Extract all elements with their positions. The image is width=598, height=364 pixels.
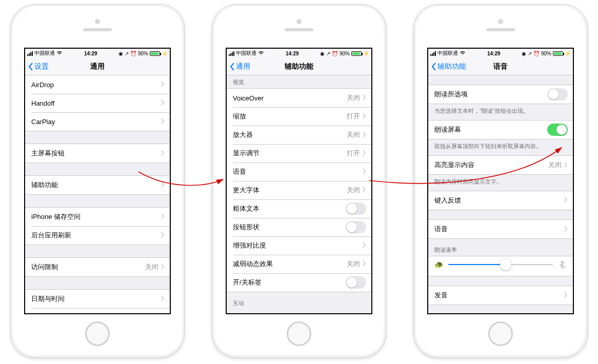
row-speech[interactable]: 语音 (227, 163, 371, 181)
chevron-right-icon (362, 150, 366, 157)
row-voices[interactable]: 语音 (428, 220, 573, 238)
home-button[interactable] (488, 321, 513, 346)
signal-icon (430, 51, 436, 56)
chevron-right-icon (564, 226, 568, 233)
chevron-right-icon (362, 242, 366, 250)
row-restrictions[interactable]: 访问限制 关闭 (25, 258, 170, 276)
back-button[interactable]: 通用 (230, 62, 250, 71)
row-date-time[interactable]: 日期与时间 (25, 290, 170, 308)
row-voiceover[interactable]: VoiceOver 关闭 (227, 89, 371, 107)
back-button[interactable]: 辅助功能 (431, 62, 466, 71)
row-storage[interactable]: iPhone 储存空间 (25, 208, 170, 226)
row-display[interactable]: 显示调节 打开 (227, 144, 371, 163)
back-button[interactable]: 设置 (28, 62, 49, 71)
row-accessibility[interactable]: 辅助功能 (25, 176, 170, 194)
section-vision: 视觉 (227, 75, 371, 88)
clock-label: 14:29 (63, 51, 118, 56)
chevron-right-icon (362, 260, 366, 268)
row-bold-text[interactable]: 粗体文本 (227, 199, 371, 218)
row-magnifier[interactable]: 放大器 关闭 (227, 126, 371, 144)
chevron-left-icon (28, 63, 33, 71)
chevron-right-icon (161, 232, 165, 239)
home-button[interactable] (287, 321, 311, 346)
clock-label: 14:29 (466, 51, 522, 56)
wifi-icon (258, 51, 264, 56)
nav-bar: 辅助功能 语音 (428, 58, 573, 75)
speaker-slit (285, 28, 313, 31)
battery-pct: 90% (541, 51, 551, 56)
turtle-icon: 🐢 (434, 260, 443, 269)
chevron-right-icon (564, 161, 568, 169)
row-typing-feedback[interactable]: 键入反馈 (428, 191, 573, 210)
chevron-right-icon (161, 81, 165, 89)
row-speak-screen[interactable]: 朗读屏幕 (428, 120, 573, 139)
speech-list[interactable]: 朗读所选项 当您选择文本时，"朗读"按钮会出现。 朗读屏幕 双指从屏幕顶部向下轻… (428, 75, 573, 313)
battery-pct: 90% (138, 51, 148, 56)
toggle-bold-text[interactable] (346, 203, 366, 215)
row-larger-text[interactable]: 更大字体 关闭 (227, 181, 371, 199)
row-rate-slider[interactable]: 🐢 🐇 (428, 256, 573, 276)
row-carplay[interactable]: CarPlay (25, 112, 170, 131)
row-zoom[interactable]: 缩放 打开 (227, 107, 371, 126)
toggle-speak-screen[interactable] (547, 124, 568, 136)
row-bg-refresh[interactable]: 后台应用刷新 (25, 226, 170, 245)
row-pronunciation[interactable]: 发音 (428, 286, 573, 305)
chevron-right-icon (564, 292, 568, 299)
screen-accessibility: 中国联通 14:29 ◉ ↗ ⏰ 90% ⚡ 通用 辅 (226, 48, 372, 314)
rabbit-icon: 🐇 (558, 260, 567, 269)
chevron-right-icon (362, 187, 366, 194)
rate-slider[interactable] (448, 264, 553, 265)
chevron-right-icon (362, 113, 366, 120)
row-home-button[interactable]: 主屏幕按钮 (25, 144, 170, 163)
row-speak-selection[interactable]: 朗读所选项 (428, 85, 573, 104)
toggle-button-shapes[interactable] (346, 221, 366, 233)
status-bar: 中国联通 14:29 ◉ ↗ ⏰ 90% ⚡ (227, 49, 371, 58)
chevron-right-icon (161, 118, 165, 126)
toggle-speak-selection[interactable] (547, 88, 568, 100)
row-contrast[interactable]: 增强对比度 (227, 236, 371, 255)
carrier-label: 中国联通 (34, 50, 55, 57)
charging-icon: ⚡ (162, 51, 168, 56)
camera-dot (296, 19, 302, 24)
wifi-icon (56, 51, 63, 56)
charging-icon: ⚡ (565, 51, 571, 56)
status-bar: 中国联通 14:29 ◉ ↗ ⏰ 90% ⚡ (25, 49, 170, 58)
screen-general: 中国联通 14:29 ◉ ↗ ⏰ 90% ⚡ 设置 通 (24, 48, 171, 314)
signal-icon (229, 51, 234, 56)
status-icons: ◉ ↗ ⏰ (320, 51, 338, 56)
chevron-right-icon (161, 181, 165, 189)
phone-general: 中国联通 14:29 ◉ ↗ ⏰ 90% ⚡ 设置 通 (10, 4, 185, 358)
home-button[interactable] (85, 321, 110, 346)
chevron-right-icon (362, 94, 366, 102)
camera-dot (95, 19, 100, 24)
charging-icon: ⚡ (363, 51, 369, 56)
status-bar: 中国联通 14:29 ◉ ↗ ⏰ 90% ⚡ (428, 49, 573, 58)
back-label: 设置 (34, 62, 49, 71)
row-reduce-motion[interactable]: 减弱动态效果 关闭 (227, 255, 371, 273)
phone-speech: 中国联通 14:29 ◉ ↗ ⏰ 90% ⚡ 辅助功能 (413, 4, 588, 358)
row-airdrop[interactable]: AirDrop (25, 75, 170, 94)
note-highlight: 朗读内容时高亮显示文字。 (428, 175, 573, 191)
row-button-shapes[interactable]: 按钮形状 (227, 218, 371, 236)
back-label: 辅助功能 (437, 62, 466, 71)
note-speak-screen: 双指从屏幕顶部向下轻扫来听取屏幕内容。 (428, 139, 573, 155)
settings-list[interactable]: AirDrop Handoff CarPlay 主屏幕按钮 (25, 75, 170, 313)
nav-bar: 设置 通用 (25, 58, 170, 75)
screen-speech: 中国联通 14:29 ◉ ↗ ⏰ 90% ⚡ 辅助功能 (427, 48, 574, 314)
back-label: 通用 (236, 62, 250, 71)
wifi-icon (460, 51, 466, 56)
accessibility-list[interactable]: 视觉 VoiceOver 关闭 缩放 打开 放大器 关闭 (227, 75, 371, 313)
chevron-right-icon (161, 213, 165, 221)
phone-accessibility: 中国联通 14:29 ◉ ↗ ⏰ 90% ⚡ 通用 辅 (212, 4, 386, 358)
row-keyboard[interactable]: 键盘 (25, 308, 170, 313)
carrier-label: 中国联通 (437, 50, 458, 57)
battery-icon (553, 51, 563, 56)
toggle-labels[interactable] (346, 276, 366, 289)
row-labels[interactable]: 开/关标签 (227, 273, 371, 292)
row-highlight[interactable]: 高亮显示内容 关闭 (428, 156, 573, 174)
row-handoff[interactable]: Handoff (25, 94, 170, 112)
speaker-slit (486, 28, 515, 31)
battery-icon (150, 51, 160, 56)
nav-bar: 通用 辅助功能 (227, 58, 371, 75)
status-icons: ◉ ↗ ⏰ (118, 51, 136, 56)
